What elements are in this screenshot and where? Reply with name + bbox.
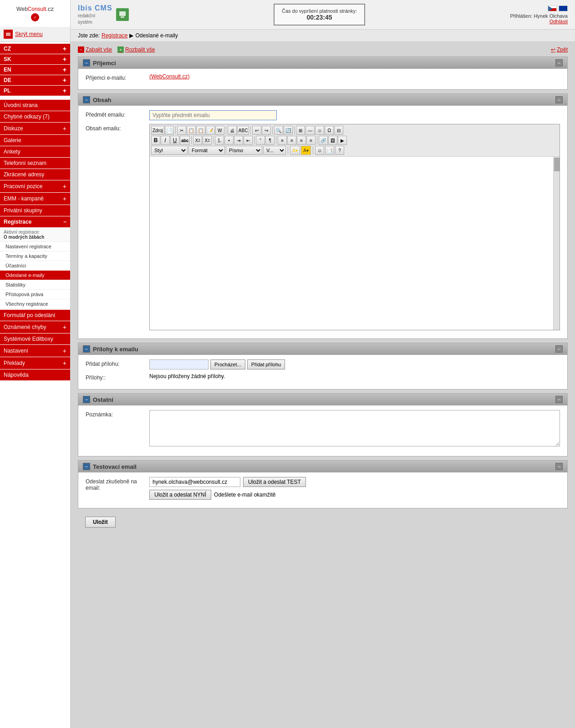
lang-en[interactable]: EN + <box>0 65 70 75</box>
rte-align-right-btn[interactable]: ≡ <box>297 136 306 145</box>
rte-paste-text-btn[interactable]: 📝 <box>206 126 215 135</box>
rte-size-select[interactable]: V... <box>263 146 286 155</box>
back-button[interactable]: ↩ Zpět <box>551 46 568 53</box>
hide-menu-button[interactable]: Skrýt menu <box>0 27 70 42</box>
obsah-collapse-right[interactable]: − <box>555 96 563 103</box>
rte-body[interactable] <box>150 157 560 330</box>
flag-cz[interactable] <box>548 5 557 11</box>
sidebar-item-ankety[interactable]: Ankety <box>0 146 70 157</box>
rte-strikethrough-btn[interactable]: abc <box>180 136 190 145</box>
prijemci-collapse-btn[interactable]: − <box>83 59 90 67</box>
sidebar-item-ucastnici[interactable]: Účastníci <box>0 261 70 271</box>
breadcrumb-registrace[interactable]: Registrace <box>102 32 127 39</box>
rte-align-left-btn[interactable]: ≡ <box>278 136 287 145</box>
rte-sub-btn[interactable]: X2 <box>193 136 202 145</box>
rte-smiley-btn[interactable]: ☺ <box>315 126 324 135</box>
rte-style-select[interactable]: Styl <box>151 146 188 155</box>
rte-divider-btn[interactable]: ¶ <box>265 136 275 145</box>
prijemci-collapse-right[interactable]: − <box>555 59 563 67</box>
sidebar-item-zkracene[interactable]: Zkrácené adresy <box>0 169 70 180</box>
logout-link[interactable]: Odhlásit <box>550 19 568 24</box>
rte-cut-btn[interactable]: ✂ <box>177 126 186 135</box>
rte-image-btn[interactable]: 🖼 <box>328 136 337 145</box>
prijemci-email-link[interactable]: (WebConsult.cz) <box>149 73 189 80</box>
rte-italic-btn[interactable]: I <box>161 136 170 145</box>
sidebar-item-uvodni[interactable]: Úvodní strana <box>0 100 70 111</box>
sidebar-item-formular[interactable]: Formulář po odeslání <box>0 310 70 321</box>
rte-align-center-btn[interactable]: ≡ <box>287 136 296 145</box>
sidebar-item-pristupova[interactable]: Přístupová práva <box>0 290 70 299</box>
rte-copy-btn[interactable]: 📋 <box>187 126 196 135</box>
sidebar-item-odeslane[interactable]: Odeslané e-maily <box>0 271 70 280</box>
rte-underline-btn[interactable]: U <box>170 136 179 145</box>
rte-indent-btn[interactable]: ⇥ <box>234 136 243 145</box>
subject-input[interactable] <box>149 110 277 120</box>
rte-sup-btn[interactable]: X2 <box>203 136 212 145</box>
rte-emoticon-btn[interactable]: ☺ <box>315 146 324 155</box>
ostatni-collapse-btn[interactable]: − <box>83 396 90 403</box>
prilohy-collapse-right[interactable]: − <box>555 345 563 353</box>
rte-special-btn[interactable]: Ω <box>325 126 334 135</box>
rte-print-btn[interactable]: 🖨 <box>228 126 237 135</box>
rte-spell-btn[interactable]: ABC <box>237 126 249 135</box>
rte-paste-btn[interactable]: 📋 <box>196 126 205 135</box>
rte-doc-btn[interactable]: 📄 <box>165 126 174 135</box>
test-email-input[interactable] <box>149 477 240 487</box>
browse-button[interactable]: Procházet... <box>210 359 245 369</box>
rte-replace-btn[interactable]: 🔄 <box>284 126 293 135</box>
expand-all-button[interactable]: + Rozbalit vše <box>117 46 155 53</box>
lang-sk[interactable]: SK + <box>0 54 70 64</box>
sidebar-registrace-group[interactable]: Registrace − <box>0 216 70 227</box>
rte-format-select[interactable]: Formát <box>188 146 225 155</box>
sidebar-item-chybne[interactable]: Chybné odkazy (7) <box>0 111 70 122</box>
rte-align-justify-btn[interactable]: ≡ <box>306 136 315 145</box>
rte-media-btn[interactable]: ▶ <box>338 136 347 145</box>
sidebar-item-vsechny[interactable]: Všechny registrace <box>0 299 70 309</box>
rte-page-break-btn[interactable]: ⊟ <box>334 126 343 135</box>
sidebar-item-emm[interactable]: EMM - kampaně+ <box>0 193 70 205</box>
ostatni-collapse-right[interactable]: − <box>555 396 563 403</box>
lang-cz[interactable]: CZ + <box>0 44 70 54</box>
collapse-all-button[interactable]: − Zabalit vše <box>78 46 112 53</box>
sidebar-item-nastaveni[interactable]: Nastavení+ <box>0 345 70 357</box>
rte-help-btn[interactable]: ? <box>335 146 344 155</box>
rte-ul-btn[interactable]: • <box>224 136 234 145</box>
rte-source-btn[interactable]: Zdroj <box>151 126 164 135</box>
testovaci-collapse-right[interactable]: − <box>555 463 563 470</box>
rte-link-btn[interactable]: 🔗 <box>319 136 328 145</box>
rte-scrollbar-thumb[interactable] <box>554 158 560 171</box>
sidebar-item-nastaveni-reg[interactable]: Nastavení registrace <box>0 242 70 251</box>
flag-en[interactable] <box>559 5 568 11</box>
sidebar-item-preklady[interactable]: Překlady+ <box>0 357 70 369</box>
sidebar-item-pracovni[interactable]: Pracovní pozice+ <box>0 180 70 192</box>
save-button[interactable]: Uložit <box>85 517 116 528</box>
testovaci-collapse-btn[interactable]: − <box>83 463 90 470</box>
sidebar-item-galerie[interactable]: Galerie <box>0 135 70 146</box>
sidebar-item-diskuze[interactable]: Diskuze+ <box>0 123 70 134</box>
rte-redo-btn[interactable]: ↪ <box>262 126 271 135</box>
sidebar-item-terminy[interactable]: Termíny a kapacity <box>0 251 70 261</box>
rte-bg-color-btn[interactable]: A▾ <box>301 146 311 155</box>
rte-bold-btn[interactable]: B <box>151 136 160 145</box>
rte-outdent-btn[interactable]: ⇤ <box>244 136 253 145</box>
sidebar-item-napoveda[interactable]: Nápověda <box>0 369 70 380</box>
sidebar-item-systemove[interactable]: Systémové Editboxy <box>0 333 70 344</box>
rte-undo-btn[interactable]: ↩ <box>252 126 261 135</box>
sidebar-item-oznамene[interactable]: Oznámené chyby+ <box>0 321 70 333</box>
sidebar-item-telefon[interactable]: Telefonní seznam <box>0 158 70 169</box>
obsah-collapse-btn[interactable]: − <box>83 96 90 103</box>
rte-blockquote-btn[interactable]: " <box>256 136 265 145</box>
notes-textarea[interactable] <box>149 410 560 446</box>
send-now-button[interactable]: Uložit a odeslat NYNÍ <box>149 490 211 500</box>
rte-ol-btn[interactable]: 1. <box>215 136 224 145</box>
rte-paste-word-btn[interactable]: W <box>215 126 224 135</box>
rte-find-btn[interactable]: 🔍 <box>274 126 283 135</box>
sidebar-item-statistiky[interactable]: Statistiky <box>0 280 70 290</box>
rte-font-select[interactable]: Písmo <box>226 146 262 155</box>
rte-templates-btn[interactable]: 📑 <box>325 146 334 155</box>
rte-table-btn[interactable]: ⊞ <box>296 126 305 135</box>
lang-pl[interactable]: PL + <box>0 86 70 96</box>
lang-de[interactable]: DE + <box>0 75 70 85</box>
rte-hr-btn[interactable]: — <box>305 126 315 135</box>
add-attachment-button[interactable]: Přidat přílohu <box>247 359 285 369</box>
